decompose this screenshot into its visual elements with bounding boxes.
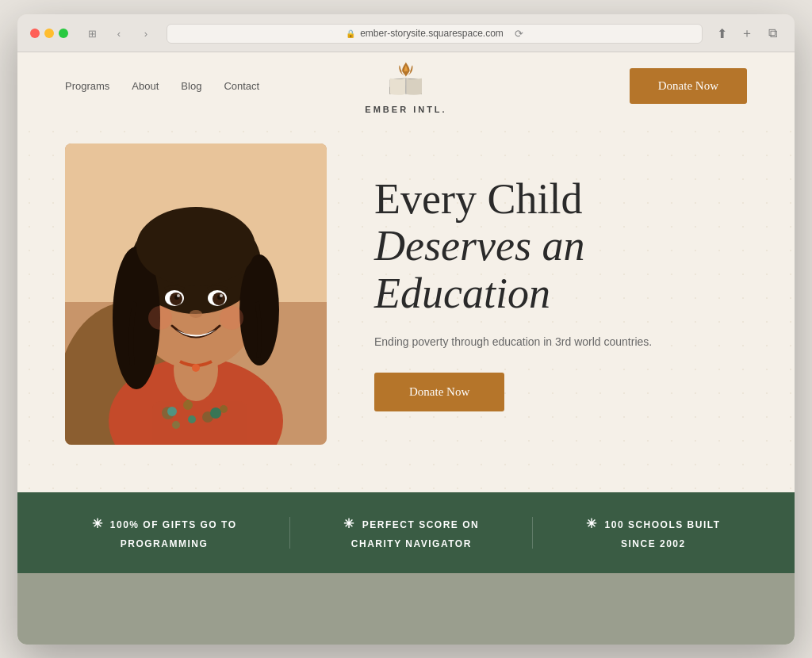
sidebar-toggle-button[interactable]: ⊞	[81, 25, 103, 42]
back-button[interactable]: ‹	[108, 25, 130, 42]
stat-schools-text: ✳ 100 SCHOOLS BUILT	[586, 515, 720, 534]
svg-point-29	[148, 306, 172, 330]
svg-rect-10	[152, 401, 247, 445]
svg-point-19	[136, 207, 255, 286]
browser-chrome: ⊞ ‹ › 🔒 ember-storysite.squarespace.com …	[17, 14, 795, 52]
hero-subtitle: Ending poverty through education in 3rd …	[374, 333, 747, 350]
logo-icon	[385, 58, 428, 101]
svg-point-27	[220, 294, 223, 297]
svg-point-26	[177, 294, 180, 297]
nav-links: Programs About Blog Contact	[65, 80, 259, 92]
forward-button[interactable]: ›	[135, 25, 157, 42]
stat-score-text: ✳ PERFECT SCORE ON	[343, 515, 479, 534]
stat-divider-1	[289, 517, 290, 549]
svg-point-28	[190, 310, 202, 318]
svg-point-31	[192, 364, 200, 372]
svg-point-30	[220, 306, 243, 330]
bottom-section	[17, 573, 795, 645]
hero-content: Every Child Deserves an Education Ending…	[374, 176, 747, 412]
logo-text: EMBER INTL.	[365, 105, 446, 114]
stat-divider-2	[532, 517, 533, 549]
site-logo[interactable]: EMBER INTL.	[365, 58, 446, 114]
stat-icon-3: ✳	[586, 515, 598, 534]
hero-section: Every Child Deserves an Education Ending…	[17, 120, 795, 492]
new-tab-button[interactable]: ＋	[737, 24, 756, 43]
stat-gifts-text2: PROGRAMMING	[121, 537, 209, 551]
website-content: Programs About Blog Contact	[17, 52, 795, 645]
reload-icon[interactable]: ⟳	[515, 28, 523, 40]
svg-point-12	[188, 415, 196, 423]
stat-schools: ✳ 100 SCHOOLS BUILT SINCE 2002	[586, 515, 720, 551]
donate-hero-button[interactable]: Donate Now	[374, 373, 504, 411]
maximize-button[interactable]	[59, 29, 68, 38]
browser-window: ⊞ ‹ › 🔒 ember-storysite.squarespace.com …	[17, 14, 795, 645]
stats-bar: ✳ 100% OF GIFTS GO TO PROGRAMMING ✳ PERF…	[17, 492, 795, 573]
hero-title-line2: Deserves an	[374, 223, 747, 270]
hero-title-line3: Education	[374, 270, 747, 317]
nav-programs[interactable]: Programs	[65, 80, 109, 92]
child-photo	[65, 143, 327, 445]
svg-point-13	[210, 407, 221, 419]
browser-controls: ⊞ ‹ ›	[81, 25, 157, 42]
stat-icon-1: ✳	[92, 515, 104, 534]
stat-gifts-text: ✳ 100% OF GIFTS GO TO	[92, 515, 237, 534]
donate-nav-button[interactable]: Donate Now	[630, 68, 747, 104]
hero-title-line1: Every Child	[374, 176, 747, 223]
nav-blog[interactable]: Blog	[181, 80, 201, 92]
close-button[interactable]	[30, 29, 40, 38]
lock-icon: 🔒	[346, 29, 355, 38]
browser-actions: ⬆ ＋ ⧉	[712, 24, 782, 43]
stat-schools-text2: SINCE 2002	[621, 537, 686, 551]
address-bar[interactable]: 🔒 ember-storysite.squarespace.com ⟳	[167, 24, 703, 44]
stat-gifts: ✳ 100% OF GIFTS GO TO PROGRAMMING	[92, 515, 237, 551]
traffic-lights	[30, 29, 68, 38]
hero-image	[65, 143, 327, 445]
stat-score: ✳ PERFECT SCORE ON CHARITY NAVIGATOR	[343, 515, 479, 551]
share-button[interactable]: ⬆	[712, 24, 731, 43]
stat-score-text2: CHARITY NAVIGATOR	[351, 537, 472, 551]
hero-title: Every Child Deserves an Education	[374, 176, 747, 317]
nav-contact[interactable]: Contact	[224, 80, 259, 92]
navbar: Programs About Blog Contact	[17, 52, 795, 120]
url-text: ember-storysite.squarespace.com	[360, 28, 504, 39]
minimize-button[interactable]	[44, 29, 54, 38]
tabs-overview-button[interactable]: ⧉	[763, 24, 782, 43]
nav-about[interactable]: About	[132, 80, 159, 92]
svg-point-11	[167, 407, 177, 416]
stat-icon-2: ✳	[343, 515, 355, 534]
